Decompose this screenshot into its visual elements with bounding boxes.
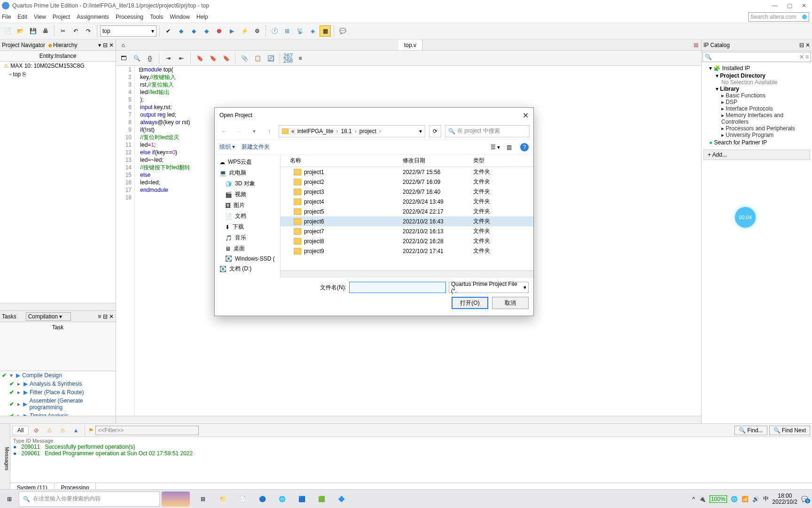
tool-icon-1[interactable]: ⚡ xyxy=(239,25,250,37)
ip-interface-protocols[interactable]: ▸ Interface Protocols xyxy=(703,105,811,112)
minimize-button[interactable]: — xyxy=(772,2,778,9)
dialog-search-input[interactable]: 🔍 在 project 中搜索 xyxy=(445,125,530,137)
find-button[interactable]: 🔍 Find... xyxy=(734,426,767,435)
maximize-button[interactable]: ▢ xyxy=(787,2,792,9)
installed-ip-node[interactable]: ▾ 🧩 Installed IP xyxy=(703,64,811,72)
sidebar-location[interactable]: ⬇下载 xyxy=(215,222,280,232)
open-icon[interactable]: 📂 xyxy=(15,25,26,37)
editor-scrollbar[interactable] xyxy=(116,416,701,423)
top-entity-item[interactable]: ▫ top ⎘ xyxy=(0,70,116,79)
sidebar-location[interactable]: 💽文档 (D:) xyxy=(215,263,280,274)
clock-date[interactable]: 2022/10/2 xyxy=(773,499,797,505)
file-row[interactable]: project12022/9/7 15:56文件夹 xyxy=(281,167,533,177)
task-item[interactable]: ✔▸▶Timing Analysis xyxy=(0,412,116,416)
highlighted-tool-icon[interactable]: ▦ xyxy=(320,25,331,37)
check-icon[interactable]: ✔ xyxy=(163,25,174,37)
panel-menu-icon[interactable]: ▾ ⊟ ✕ xyxy=(98,42,114,48)
app-icon-3[interactable]: 🟦 xyxy=(292,490,311,508)
analyze-icon[interactable]: ◆ xyxy=(188,25,199,37)
file-row[interactable]: project52022/9/24 22:17文件夹 xyxy=(281,206,533,216)
battery-icon[interactable]: 100% xyxy=(710,495,727,503)
project-directory-node[interactable]: ▾ Project Directory xyxy=(703,72,811,79)
weather-widget[interactable] xyxy=(162,492,190,507)
error-filter-icon[interactable]: ⊘ xyxy=(31,425,42,436)
task-view-icon[interactable]: ⊞ xyxy=(194,490,212,508)
message-row[interactable]: ● 209061 Ended Programmer operation at S… xyxy=(13,450,809,457)
sidebar-location[interactable]: 🖥桌面 xyxy=(215,243,280,254)
task-item[interactable]: ✔▸▶Assembler (Generate programming xyxy=(0,397,116,412)
menu-help[interactable]: Help xyxy=(196,14,208,20)
network-icon[interactable]: 🌐 xyxy=(731,496,738,502)
volume-icon[interactable]: 🔊 xyxy=(752,496,759,502)
task-item[interactable]: ✔▸▶Analysis & Synthesis xyxy=(0,380,116,388)
info-filter-icon[interactable]: ▲ xyxy=(70,425,81,436)
new-folder-button[interactable]: 新建文件夹 xyxy=(242,143,270,151)
indent-icon[interactable]: ⇥ xyxy=(163,53,174,64)
nav-back-button[interactable]: ← xyxy=(219,128,230,135)
help-button[interactable]: ? xyxy=(520,143,529,151)
ip-dsp[interactable]: ▸ DSP xyxy=(703,99,811,105)
align-icon[interactable]: ≡ xyxy=(295,53,306,64)
app-icon-2[interactable]: 🔵 xyxy=(253,490,272,508)
view-options-icon[interactable]: ☰ ▾ xyxy=(491,144,500,151)
find-icon[interactable]: 🔍 xyxy=(131,53,142,64)
task-item[interactable]: ✔▾▶Compile Design xyxy=(0,371,116,380)
col-type[interactable]: 类型 xyxy=(473,157,533,165)
clock-time[interactable]: 18:00 xyxy=(773,493,797,499)
ime-indicator[interactable]: 中 xyxy=(763,495,769,503)
ip-search-input[interactable]: 🔍✕ ≡ xyxy=(703,52,811,62)
messages-all-tab[interactable]: All xyxy=(12,426,29,435)
chip-planner-icon[interactable]: ⊞ xyxy=(281,25,293,37)
sidebar-location[interactable]: 💻此电脑 xyxy=(215,167,280,178)
editor-view-icon[interactable]: 🗔 xyxy=(118,53,129,64)
messages-body[interactable]: Type ID Message ● 209011 Successfully pe… xyxy=(10,437,812,483)
ip-university[interactable]: ▸ University Program xyxy=(703,132,811,138)
sidebar-location[interactable]: 🖼图片 xyxy=(215,200,280,211)
menu-window[interactable]: Window xyxy=(170,14,190,20)
file-list-scrollbar[interactable] xyxy=(281,270,533,278)
file-row[interactable]: project42022/9/24 13:49文件夹 xyxy=(281,197,533,206)
outdent-icon[interactable]: ⇤ xyxy=(176,53,187,64)
sidebar-location[interactable]: 🎵音乐 xyxy=(215,232,280,243)
ip-panel-buttons[interactable]: ⊟ ✕ xyxy=(799,42,810,48)
search-altera-input[interactable]: Search altera.com xyxy=(748,12,809,22)
timequest-icon[interactable]: 🕐 xyxy=(269,25,280,37)
file-row[interactable]: project32022/9/7 16:40文件夹 xyxy=(281,187,533,197)
nav-recent-button[interactable]: ▾ xyxy=(249,128,260,135)
explorer-icon[interactable]: 📁 xyxy=(213,490,232,508)
flag-icon[interactable]: ⚑ xyxy=(88,427,94,434)
col-name[interactable]: 名称 xyxy=(281,157,403,165)
search-partner-ip[interactable]: ● Search for Partner IP xyxy=(703,138,811,147)
sidebar-location[interactable]: 📄文档 xyxy=(215,211,280,222)
app-icon-1[interactable]: 📄 xyxy=(233,490,252,508)
tasks-panel-buttons[interactable]: ≡ ⊟ ✕ xyxy=(98,313,114,320)
sidebar-location[interactable]: 🧊3D 对象 xyxy=(215,178,280,189)
file-row[interactable]: project62022/10/2 16:43文件夹 xyxy=(281,216,533,226)
compile-icon[interactable]: ◆ xyxy=(175,25,187,37)
sidebar-location[interactable]: 🎬视频 xyxy=(215,189,280,200)
cut-icon[interactable]: ✂ xyxy=(57,25,69,37)
file-row[interactable]: project72022/10/2 16:13文件夹 xyxy=(281,226,533,236)
close-button[interactable]: ✕ xyxy=(802,2,806,9)
redo-icon[interactable]: ↷ xyxy=(83,25,94,37)
organize-button[interactable]: 组织 ▾ xyxy=(219,143,235,151)
app-icon-5[interactable]: 🔷 xyxy=(332,490,351,508)
nav-up-button[interactable]: ↑ xyxy=(264,128,275,135)
menu-processing[interactable]: Processing xyxy=(116,14,143,20)
menu-tools[interactable]: Tools xyxy=(150,14,163,20)
synthesize-icon[interactable]: ◆ xyxy=(201,25,212,37)
task-item[interactable]: ✔▸▶Fitter (Place & Route) xyxy=(0,388,116,397)
refresh-button[interactable]: ⟳ xyxy=(429,125,441,137)
tool-icon-2[interactable]: ⚙ xyxy=(251,25,263,37)
editor-tab-topv[interactable]: top.v xyxy=(398,40,422,50)
col-date[interactable]: 修改日期 xyxy=(403,157,473,165)
new-icon[interactable]: 📄 xyxy=(2,25,13,37)
breadcrumb-0[interactable]: intelFPGA_lite xyxy=(297,128,334,135)
file-row[interactable]: project92022/10/2 17:41文件夹 xyxy=(281,246,533,256)
nav-scrollbar[interactable] xyxy=(0,303,116,310)
find-next-button[interactable]: 🔍 Find Next xyxy=(769,426,810,435)
file-row[interactable]: project82022/10/2 16:28文件夹 xyxy=(281,236,533,246)
cancel-button[interactable]: 取消 xyxy=(492,297,529,309)
home-tab-icon[interactable]: ⌂ xyxy=(116,42,130,48)
tab-close-icon[interactable]: ⊠ xyxy=(691,42,701,48)
